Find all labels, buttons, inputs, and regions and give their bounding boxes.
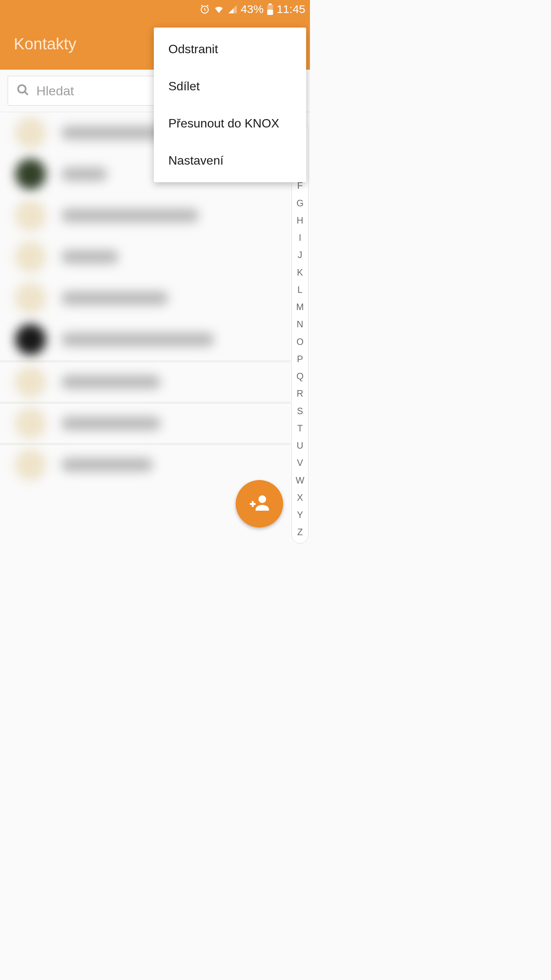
overflow-menu: Odstranit Sdílet Přesunout do KNOX Nasta… (154, 28, 306, 182)
index-letter[interactable]: Y (297, 510, 303, 519)
avatar (15, 283, 46, 314)
index-letter[interactable]: I (299, 233, 302, 242)
index-letter[interactable]: W (296, 476, 305, 485)
index-letter[interactable]: S (297, 407, 303, 416)
status-bar: 43% 11:45 (0, 0, 310, 18)
add-contact-fab[interactable] (236, 480, 283, 528)
battery-text: 43% (241, 3, 264, 16)
svg-rect-2 (267, 10, 273, 15)
index-letter[interactable]: L (297, 285, 302, 294)
avatar (15, 324, 46, 355)
avatar (15, 200, 46, 231)
avatar (15, 367, 46, 397)
contact-name-blurred (61, 333, 214, 346)
search-icon (16, 83, 29, 98)
index-letter[interactable]: R (297, 389, 303, 398)
index-letter[interactable]: V (297, 458, 303, 467)
contact-row[interactable] (0, 402, 291, 443)
svg-rect-3 (269, 3, 272, 5)
contact-row[interactable] (0, 278, 291, 319)
contact-name-blurred (61, 209, 199, 222)
contact-row[interactable] (0, 443, 291, 484)
battery-icon (267, 3, 274, 15)
index-letter[interactable]: K (297, 268, 303, 277)
avatar (15, 159, 46, 189)
avatar (15, 118, 46, 148)
contact-name-blurred (61, 250, 119, 264)
menu-item-delete[interactable]: Odstranit (154, 31, 306, 68)
index-letter[interactable]: X (297, 493, 303, 502)
contact-row[interactable] (0, 319, 291, 360)
index-letter[interactable]: H (297, 216, 303, 225)
index-letter[interactable]: F (297, 181, 303, 190)
contact-row[interactable] (0, 195, 291, 236)
avatar (15, 242, 46, 272)
index-letter[interactable]: M (296, 302, 304, 312)
index-letter[interactable]: U (297, 441, 303, 450)
avatar (15, 449, 46, 480)
signal-icon (228, 4, 238, 14)
contact-row[interactable] (0, 236, 291, 278)
index-letter[interactable]: Z (297, 528, 303, 537)
svg-line-5 (24, 91, 28, 95)
index-letter[interactable]: O (297, 337, 304, 346)
svg-point-6 (259, 495, 266, 503)
page-title: Kontakty (14, 35, 76, 53)
index-letter[interactable]: J (298, 250, 302, 260)
alarm-icon (199, 4, 210, 15)
add-person-icon (248, 492, 271, 516)
svg-point-4 (18, 85, 26, 93)
menu-item-settings[interactable]: Nastavení (154, 142, 306, 179)
wifi-icon (213, 3, 225, 15)
clock-text: 11:45 (277, 3, 305, 16)
contact-name-blurred (61, 416, 161, 430)
index-letter[interactable]: Q (297, 372, 304, 381)
index-letter[interactable]: N (297, 320, 303, 329)
index-letter[interactable]: G (297, 199, 304, 208)
index-letter[interactable]: P (297, 354, 303, 364)
contact-name-blurred (61, 458, 153, 472)
menu-item-share[interactable]: Sdílet (154, 68, 306, 105)
contact-name-blurred (61, 167, 107, 181)
menu-item-knox[interactable]: Přesunout do KNOX (154, 105, 306, 142)
alphabet-index[interactable]: CDEFGHIJKLMNOPQRSTUVWXYZ (292, 122, 308, 544)
contact-name-blurred (61, 375, 161, 389)
index-letter[interactable]: T (297, 424, 303, 433)
avatar (15, 408, 46, 439)
contact-name-blurred (61, 291, 168, 305)
contact-row[interactable] (0, 360, 291, 402)
